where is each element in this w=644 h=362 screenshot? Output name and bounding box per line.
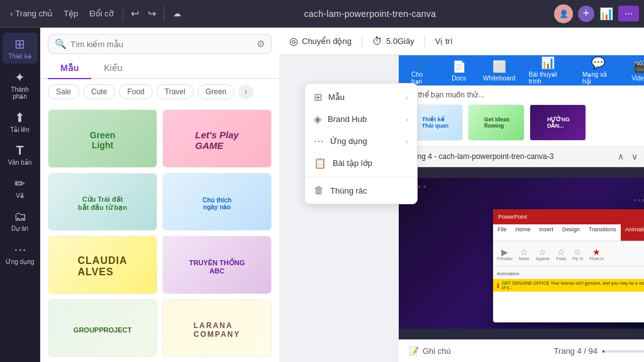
ribbon-item-foryou[interactable]: 👤 Cho bạn [406,55,438,85]
notes-area[interactable]: 📝 Ghi chú [409,346,451,356]
none-icon: ☆ [520,247,528,257]
ribbon-item-social[interactable]: 💬 Mạng xã hội [577,55,619,85]
sidebar-item-text[interactable]: T Văn bản [3,140,38,170]
ribbon-item-video[interactable]: 🎬 Video [624,57,644,84]
arrow-icon: › [406,94,408,101]
ppt-anim-flyin[interactable]: ☆ Fly In [572,247,583,261]
ppt-menu-design[interactable]: Design [558,224,584,241]
flyin-label: Fly In [572,256,583,261]
dropdown-label-classwork: Bài tập lớp [333,158,372,168]
ppt-anim-preview[interactable]: ▶ Preview [497,247,513,261]
ppt-anim-fade[interactable]: ☆ Fade [556,247,566,261]
cloud-button[interactable]: ☁ [168,6,186,21]
ribbon-label-whiteboard: Whiteboard [483,75,515,82]
duration-label: 5.0Giây [386,36,414,46]
tab-templates[interactable]: Mẫu [48,58,91,79]
sidebar-item-elements[interactable]: ✦ Thành phần [3,66,38,104]
expand-button[interactable]: ∨ [629,150,640,163]
tag-travel[interactable]: Travel [157,84,194,99]
trash-icon: 🗑 [314,185,324,196]
share-button[interactable]: ⋯ [618,6,639,21]
position-toggle[interactable]: Vị trí [435,36,453,46]
avatar[interactable]: 👤 [554,4,573,23]
dropdown-label-apps: Ứng dụng [330,136,367,146]
format-button[interactable]: Đổi cỡ [84,6,118,21]
template-text-1: GreenLight [90,130,115,150]
fade-label: Fade [556,256,566,261]
tags-more-button[interactable]: › [238,84,253,99]
top-bar-left: ‹ Trang chủ Tệp Đổi cỡ ↩ ↪ ☁ [5,5,186,22]
collapse-button[interactable]: ∧ [615,150,626,163]
suggest-card-2[interactable]: Get Ideasflowing [468,104,525,141]
template-card-2[interactable]: Let's PlayGAME [162,109,272,168]
tag-sale[interactable]: Sale [48,84,79,99]
ppt-anim-appear[interactable]: ☆ Appear [536,247,550,261]
ribbon-item-whiteboard[interactable]: ⬜ Whiteboard [480,57,519,84]
search-box[interactable]: 🔍 ⚙ [48,34,272,54]
back-button[interactable]: ‹ Trang chủ [5,6,57,21]
template-text-2: Let's PlayGAME [195,129,238,151]
suggest-card-3[interactable]: HƯỚNGDẪN... [530,104,586,141]
tag-cute[interactable]: Cute [83,84,115,99]
tag-green[interactable]: Green [197,84,235,99]
analytics-icon[interactable]: 📊 [599,7,613,21]
undo-button[interactable]: ↩ [127,5,143,22]
sidebar-item-projects[interactable]: 🗂 Dự án [3,206,38,236]
preview-label: Preview [497,256,513,261]
template-card-6[interactable]: TRUYÊN THỐNGABC [162,236,272,294]
redo-button[interactable]: ↪ [144,5,160,22]
ppt-menu-home[interactable]: Home [511,224,535,241]
duration-toggle[interactable]: ⏱ 5.0Giây [372,36,414,47]
template-card-7[interactable]: GROUPPROJECT [48,299,157,358]
ppt-menu-animations[interactable]: Animations [621,224,644,241]
template-card-3[interactable]: Cứu Trái đấtbắt đầu từ bạn [48,173,157,231]
warning-icon: ℹ [497,282,499,289]
tab-styles[interactable]: Kiểu [91,58,135,79]
classwork-icon: 📋 [314,157,326,169]
dropdown-item-trash[interactable]: 🗑 Thùng rác [305,180,417,201]
main-layout: ⊞ Thiết kế ✦ Thành phần ⬆ Tải lên T Văn … [0,28,644,362]
ribbon-item-presentation[interactable]: 📊 Bài thuyết trình [524,55,572,85]
tag-food[interactable]: Food [119,84,152,99]
fade-icon: ☆ [557,247,565,257]
templates-grid: GreenLight Let's PlayGAME Cứu Trái đấtbắ… [40,104,279,362]
motion-toggle[interactable]: ◎ Chuyển động [289,35,352,47]
dropdown-item-apps[interactable]: ⋯ Ứng dụng › [305,130,417,152]
template-card-5[interactable]: CLAUDIAALVES [48,236,157,294]
ppt-menu: File Home Insert Design Transitions Anim… [493,224,644,241]
template-card-8[interactable]: LARANACOMPANY [162,299,272,358]
dropdown-item-brandhub[interactable]: ◈ Brand Hub › [305,108,417,130]
file-title: cach-lam-powerpoint-tren-canva [304,9,436,19]
ppt-anim-floatin[interactable]: ★ Float In [589,247,604,261]
right-sub-content: 👤 Cho bạn 📄 Docs ⬜ Whiteboard 📊 Bài thuy… [399,55,644,362]
search-icon: 🔍 [55,38,67,50]
ppt-menu-file[interactable]: File [493,224,511,241]
ppt-anim-none[interactable]: ☆ None [519,247,530,261]
ribbon-item-docs[interactable]: 📄 Docs [443,57,475,84]
ppt-menu-transitions[interactable]: Transitions [584,224,621,241]
sidebar-item-upload[interactable]: ⬆ Tải lên [3,106,38,137]
slide-preview-bar: Trang 4 - cach-lam-powerpoint-tren-canva… [399,146,644,167]
file-menu-button[interactable]: Tệp [58,6,83,21]
whiteboard-icon: ⬜ [492,60,506,74]
dropdown-item-classwork[interactable]: 📋 Bài tập lớp [305,152,417,174]
sidebar-item-design[interactable]: ⊞ Thiết kế [3,33,38,63]
template-ribbon: 👤 Cho bạn 📄 Docs ⬜ Whiteboard 📊 Bài thuy… [399,55,644,85]
dropdown-item-templates[interactable]: ⊞ Mẫu › [305,86,417,108]
docs-icon: 📄 [452,60,466,74]
sidebar-item-apps[interactable]: ⋯ Ứng dụng [3,238,38,269]
projects-icon: 🗂 [14,209,26,224]
ribbon-label-video: Video [631,75,644,82]
upload-icon: ⬆ [14,110,25,125]
sidebar-item-draw[interactable]: ✏ Vẽ [3,172,38,203]
search-input[interactable] [70,40,253,49]
template-text-7: GROUPPROJECT [74,326,131,334]
filter-icon[interactable]: ⚙ [257,38,265,50]
sidebar-label-elements: Thành phần [5,86,35,100]
template-card-4[interactable]: Chú thíchngày nào [162,173,272,231]
slide-preview-area: ✦ ✦ ✦ • • • PowerPoint File Home Inser [399,167,644,339]
template-card-1[interactable]: GreenLight [48,109,157,168]
add-button[interactable]: + [578,6,594,22]
ppt-menu-insert[interactable]: Insert [535,224,558,241]
tags-row: Sale Cute Food Travel Green › [40,79,279,104]
